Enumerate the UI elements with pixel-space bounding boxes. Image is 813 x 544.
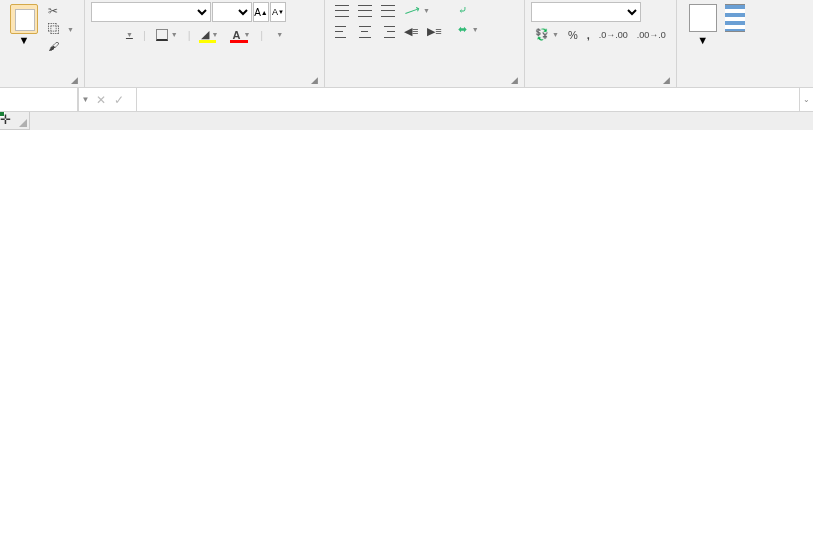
group-clipboard: ▼ ▼ ◢ (0, 0, 85, 87)
italic-button[interactable] (105, 33, 113, 37)
inc-decimal-icon: .0→.00 (599, 30, 628, 40)
copy-button[interactable]: ▼ (44, 20, 78, 38)
align-bottom-button[interactable] (377, 3, 399, 19)
increase-font-button[interactable]: A▲ (253, 2, 269, 22)
number-format-select[interactable] (531, 2, 641, 22)
conditional-format-icon (689, 4, 717, 32)
name-box-dropdown[interactable]: ▼ (78, 88, 92, 111)
group-styles: ▼ (677, 0, 751, 87)
scissors-icon (48, 4, 62, 18)
group-font: A▲ A▼ ▼ | ▼ | ◢▼ A▼ | ▼ ◢ (85, 0, 325, 87)
cells-area[interactable] (30, 130, 813, 544)
name-box[interactable] (0, 88, 78, 111)
align-center-button[interactable] (354, 24, 376, 40)
dialog-launcher-icon[interactable]: ◢ (71, 75, 78, 85)
align-center-icon (358, 26, 372, 38)
cut-button[interactable] (44, 2, 78, 20)
align-left-button[interactable] (331, 24, 353, 40)
dialog-launcher-icon[interactable]: ◢ (311, 75, 318, 85)
align-middle-button[interactable] (354, 3, 376, 19)
spreadsheet-grid[interactable]: ✛ (0, 112, 813, 544)
conditional-format-button[interactable]: ▼ (683, 2, 723, 48)
column-headers[interactable] (30, 112, 813, 130)
align-right-button[interactable] (377, 24, 399, 40)
border-icon (156, 29, 168, 41)
borders-button[interactable]: ▼ (152, 27, 182, 43)
format-painter-button[interactable] (44, 38, 78, 56)
merge-icon: ⬌ (458, 23, 467, 36)
fill-color-button[interactable]: ◢▼ (197, 26, 223, 43)
indent-icon: ▶≡ (427, 25, 441, 38)
phonetic-button[interactable]: ▼ (269, 29, 287, 40)
confirm-formula-button[interactable]: ✓ (114, 93, 124, 107)
font-name-select[interactable] (91, 2, 211, 22)
decrease-font-button[interactable]: A▼ (270, 2, 286, 22)
dialog-launcher-icon[interactable]: ◢ (663, 75, 670, 85)
group-alignment: ⟶▼ ◀≡ ▶≡ ⤶ ⬌▼ ◢ (325, 0, 525, 87)
align-right-icon (381, 26, 395, 38)
format-table-button[interactable] (725, 2, 745, 36)
align-top-icon (335, 5, 349, 17)
comma-button[interactable]: , (583, 27, 594, 43)
dialog-launcher-icon[interactable]: ◢ (511, 75, 518, 85)
align-left-icon (335, 26, 349, 38)
currency-icon: 💱 (535, 28, 549, 41)
merge-center-button[interactable]: ⬌▼ (454, 21, 483, 38)
brush-icon (48, 40, 62, 54)
percent-icon: % (568, 29, 578, 41)
underline-button[interactable]: ▼ (119, 29, 137, 40)
chevron-down-icon: ▼ (19, 34, 30, 46)
select-all-corner[interactable] (0, 112, 30, 130)
decrease-decimal-button[interactable]: .00→.0 (633, 28, 670, 42)
outdent-icon: ◀≡ (404, 25, 418, 38)
orientation-icon: ⟶ (402, 2, 421, 20)
table-icon (725, 4, 745, 32)
group-number: 💱▼ % , .0→.00 .00→.0 ◢ (525, 0, 677, 87)
increase-decimal-button[interactable]: .0→.00 (595, 28, 632, 42)
wrap-text-button[interactable]: ⤶ (454, 2, 483, 19)
align-top-button[interactable] (331, 3, 353, 19)
formula-input[interactable] (137, 88, 799, 111)
formula-expand-button[interactable]: ⌄ (799, 88, 813, 111)
ribbon: ▼ ▼ ◢ A▲ A▼ ▼ | ▼ | (0, 0, 813, 88)
font-size-select[interactable] (212, 2, 252, 22)
dec-decimal-icon: .00→.0 (637, 30, 666, 40)
cancel-formula-button[interactable]: ✕ (96, 93, 106, 107)
wrap-icon: ⤶ (458, 4, 467, 17)
paste-button[interactable]: ▼ (6, 2, 42, 48)
align-bottom-icon (381, 5, 395, 17)
percent-button[interactable]: % (564, 27, 582, 43)
copy-icon (48, 22, 62, 36)
align-middle-icon (358, 5, 372, 17)
bold-button[interactable] (91, 33, 99, 37)
decrease-indent-button[interactable]: ◀≡ (400, 23, 422, 40)
font-color-button[interactable]: A▼ (228, 27, 254, 43)
comma-icon: , (587, 29, 590, 41)
paste-icon (10, 4, 38, 34)
accounting-format-button[interactable]: 💱▼ (531, 26, 563, 43)
formula-bar: ▼ ✕ ✓ ⌄ (0, 88, 813, 112)
increase-indent-button[interactable]: ▶≡ (423, 23, 445, 40)
orientation-button[interactable]: ⟶▼ (400, 2, 434, 19)
